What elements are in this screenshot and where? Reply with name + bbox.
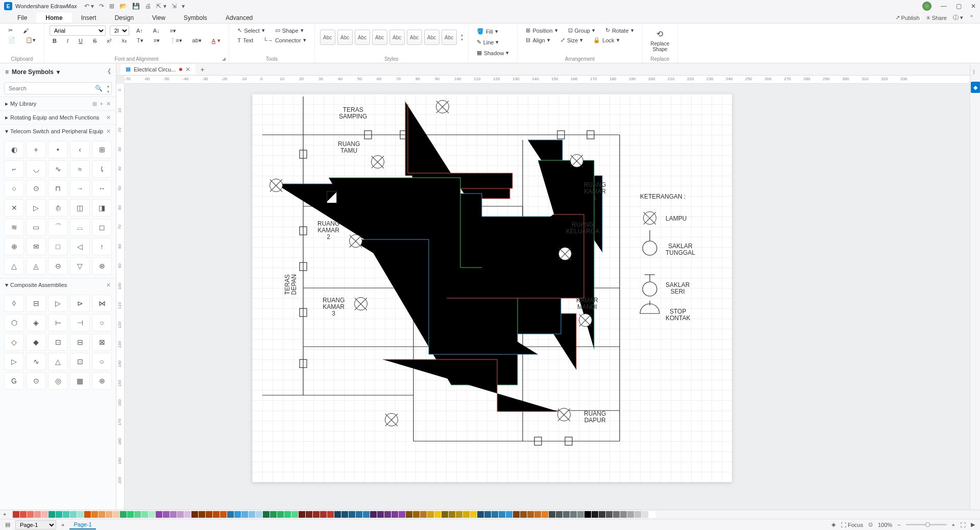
color-swatch-51[interactable] [377,511,384,518]
menu-advanced[interactable]: Advanced [216,13,262,23]
color-swatch-72[interactable] [527,511,534,518]
style-preset-3[interactable]: Abc [355,30,370,45]
close-tab-icon[interactable]: ✕ [185,66,190,73]
section-rotating[interactable]: ▸ Rotating Equip and Mech Functions ✕ [0,110,116,124]
color-swatch-53[interactable] [391,511,398,518]
shape-telecom-15[interactable]: ✕ [4,199,24,216]
color-swatch-46[interactable] [341,511,348,518]
lamp-kamar3[interactable] [354,297,368,310]
redo-icon[interactable]: ↷ [99,3,104,10]
publish-button[interactable]: ↗ Publish [895,14,920,21]
shape-telecom-14[interactable]: ↔ [92,180,112,197]
shape-telecom-18[interactable]: ◫ [70,199,90,216]
style-preset-7[interactable]: Abc [424,30,439,45]
copy-icon[interactable]: 📄 [5,35,18,45]
shape-telecom-4[interactable]: ⊞ [92,141,112,158]
properties-panel-icon[interactable]: ◆ [971,82,980,93]
shape-telecom-25[interactable]: ⊕ [4,238,24,255]
color-swatch-28[interactable] [213,511,219,518]
font-color-icon[interactable]: A▾ [209,36,224,45]
color-swatch-24[interactable] [184,511,191,518]
panel-symbol[interactable] [327,191,337,203]
color-swatch-59[interactable] [434,511,441,518]
shape-composite-9[interactable]: ○ [92,314,112,331]
color-swatch-82[interactable] [599,511,605,518]
shape-composite-16[interactable]: ∿ [26,353,46,370]
shape-telecom-21[interactable]: ▭ [26,219,46,236]
color-swatch-23[interactable] [177,511,184,518]
shape-telecom-33[interactable]: ▽ [70,257,90,275]
shape-composite-4[interactable]: ⋈ [92,295,112,312]
shape-telecom-19[interactable]: ◨ [92,199,112,216]
color-swatch-79[interactable] [577,511,584,518]
shape-telecom-16[interactable]: ▷ [26,199,46,216]
canvas-bg[interactable]: TERAS SAMPING RUANG TAMU RUANG KAMAR 1 R… [125,84,970,510]
collapse-ribbon-icon[interactable]: ⌃ [969,14,974,21]
lamp-teras-depan[interactable] [270,179,283,192]
highlight-icon[interactable]: ab▾ [189,36,205,45]
lamp-ruang-tamu[interactable] [371,155,384,168]
shape-telecom-31[interactable]: ◬ [26,257,46,275]
color-swatch-83[interactable] [606,511,612,518]
color-swatch-89[interactable] [649,511,655,518]
shape-composite-21[interactable]: ⊙ [26,372,46,390]
fill-button[interactable]: 🪣 Fill▾ [474,27,512,36]
color-swatch-85[interactable] [620,511,627,518]
color-swatch-40[interactable] [299,511,305,518]
shape-telecom-23[interactable]: ⌓ [70,219,90,236]
color-swatch-69[interactable] [506,511,512,518]
color-swatch-20[interactable] [156,511,162,518]
print-icon[interactable]: 🖨 [145,3,151,10]
color-swatch-21[interactable] [163,511,169,518]
subscript-icon[interactable]: x₂ [118,36,130,45]
connector-tool[interactable]: └→ Connector▾ [260,35,309,45]
color-swatch-6[interactable] [56,511,62,518]
color-swatch-33[interactable] [249,511,255,518]
lamp-bottom1[interactable] [385,413,398,426]
font-size-select[interactable]: 28 [110,26,129,36]
sec-close-icon[interactable]: ✕ [106,128,111,135]
color-swatch-52[interactable] [384,511,391,518]
color-swatch-25[interactable] [191,511,198,518]
zoom-out-icon[interactable]: − [897,522,900,528]
paste-icon[interactable]: 📋▾ [22,35,39,45]
shape-telecom-11[interactable]: ⊙ [26,180,46,197]
lamp-keluarga[interactable] [558,247,572,260]
style-preset-8[interactable]: Abc [442,30,457,45]
color-swatch-38[interactable] [284,511,291,518]
open-icon[interactable]: 📂 [119,3,127,10]
page-tab-1[interactable]: Page-1 [69,520,95,529]
shape-telecom-7[interactable]: ∿ [48,160,68,178]
shape-telecom-24[interactable]: ◻ [92,219,112,236]
color-swatch-71[interactable] [520,511,527,518]
color-swatch-27[interactable] [206,511,212,518]
expand-right-icon[interactable]: 》 [971,66,980,78]
shape-composite-20[interactable]: G [4,372,24,390]
shape-composite-19[interactable]: ○ [92,353,112,370]
shape-telecom-30[interactable]: △ [4,257,24,275]
color-swatch-13[interactable] [106,511,112,518]
color-swatch-32[interactable] [241,511,248,518]
new-icon[interactable]: ⊞ [109,3,114,10]
color-swatch-41[interactable] [306,511,312,518]
help-icon[interactable]: ⓘ ▾ [953,14,963,21]
lamp-kamar2[interactable] [349,234,362,248]
shape-composite-23[interactable]: ▦ [70,372,90,390]
underline-icon[interactable]: U [76,36,86,45]
style-preset-4[interactable]: Abc [372,30,387,45]
shape-composite-22[interactable]: ◎ [48,372,68,390]
zoom-value[interactable]: 100% [878,522,892,528]
font-family-select[interactable]: Arial [50,26,106,36]
color-swatch-34[interactable] [256,511,262,518]
shadow-button[interactable]: ▦ Shadow▾ [474,48,512,58]
shape-telecom-28[interactable]: ◁ [70,238,90,255]
color-swatch-80[interactable] [584,511,591,518]
lib-grid-icon[interactable]: ⊞ [92,101,97,107]
fullscreen-icon[interactable]: ⛶ [960,522,966,528]
color-swatch-43[interactable] [320,511,327,518]
lib-add-icon[interactable]: + [100,101,103,107]
color-swatch-87[interactable] [634,511,641,518]
color-swatch-54[interactable] [399,511,405,518]
color-swatch-11[interactable] [91,511,98,518]
color-swatch-17[interactable] [134,511,141,518]
